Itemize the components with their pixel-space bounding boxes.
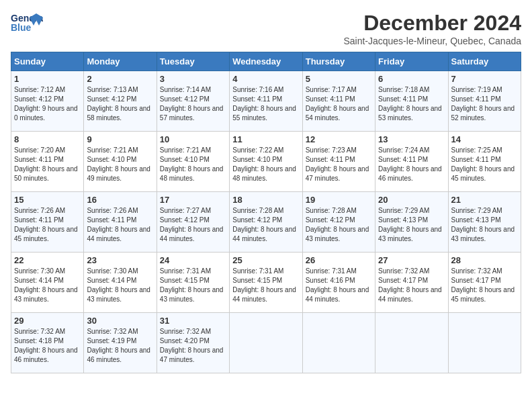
day-info: Sunrise: 7:29 AM Sunset: 4:13 PM Dayligh… [378, 206, 445, 244]
calendar-day-cell [302, 313, 375, 373]
day-number: 21 [451, 195, 518, 205]
day-info: Sunrise: 7:12 AM Sunset: 4:12 PM Dayligh… [14, 85, 81, 123]
day-number: 1 [14, 74, 81, 84]
day-info: Sunrise: 7:31 AM Sunset: 4:15 PM Dayligh… [232, 267, 299, 304]
logo-icon: General Blue [11, 11, 43, 35]
weekday-row: SundayMondayTuesdayWednesdayThursdayFrid… [11, 52, 521, 71]
day-number: 2 [87, 74, 153, 84]
calendar-day-cell: 11 Sunrise: 7:22 AM Sunset: 4:10 PM Dayl… [230, 132, 302, 192]
weekday-header: Wednesday [230, 52, 302, 71]
calendar-day-cell: 14 Sunrise: 7:25 AM Sunset: 4:11 PM Dayl… [448, 132, 521, 192]
calendar-day-cell [230, 313, 302, 373]
page-header: General Blue December 2024 Saint-Jacques… [11, 11, 521, 46]
calendar-week-row: 8 Sunrise: 7:20 AM Sunset: 4:11 PM Dayli… [11, 132, 521, 192]
calendar-day-cell [375, 313, 448, 373]
day-info: Sunrise: 7:27 AM Sunset: 4:12 PM Dayligh… [160, 206, 226, 244]
day-info: Sunrise: 7:29 AM Sunset: 4:13 PM Dayligh… [451, 206, 518, 244]
calendar-day-cell: 23 Sunrise: 7:30 AM Sunset: 4:14 PM Dayl… [84, 253, 157, 313]
weekday-header: Sunday [11, 52, 84, 71]
calendar-day-cell: 12 Sunrise: 7:23 AM Sunset: 4:11 PM Dayl… [302, 132, 375, 192]
day-number: 26 [306, 255, 372, 265]
day-number: 4 [232, 74, 299, 84]
day-number: 20 [378, 195, 445, 205]
calendar-day-cell: 4 Sunrise: 7:16 AM Sunset: 4:11 PM Dayli… [230, 71, 302, 132]
weekday-header: Friday [375, 52, 448, 71]
day-info: Sunrise: 7:28 AM Sunset: 4:12 PM Dayligh… [306, 206, 372, 244]
weekday-header: Tuesday [157, 52, 229, 71]
calendar-day-cell: 10 Sunrise: 7:21 AM Sunset: 4:10 PM Dayl… [157, 132, 229, 192]
calendar-day-cell: 15 Sunrise: 7:26 AM Sunset: 4:11 PM Dayl… [11, 192, 84, 253]
day-number: 15 [14, 195, 81, 205]
calendar-day-cell: 24 Sunrise: 7:31 AM Sunset: 4:15 PM Dayl… [157, 253, 229, 313]
day-number: 18 [232, 195, 299, 205]
calendar-day-cell [448, 313, 521, 373]
day-info: Sunrise: 7:14 AM Sunset: 4:12 PM Dayligh… [160, 85, 226, 123]
calendar-week-row: 22 Sunrise: 7:30 AM Sunset: 4:14 PM Dayl… [11, 253, 521, 313]
day-info: Sunrise: 7:19 AM Sunset: 4:11 PM Dayligh… [451, 85, 518, 123]
day-number: 27 [378, 255, 445, 265]
day-info: Sunrise: 7:13 AM Sunset: 4:12 PM Dayligh… [87, 85, 153, 123]
day-number: 13 [378, 134, 445, 144]
day-info: Sunrise: 7:16 AM Sunset: 4:11 PM Dayligh… [232, 85, 299, 123]
day-number: 7 [451, 74, 518, 84]
day-info: Sunrise: 7:30 AM Sunset: 4:14 PM Dayligh… [14, 267, 81, 304]
day-info: Sunrise: 7:21 AM Sunset: 4:10 PM Dayligh… [87, 146, 153, 183]
day-number: 22 [14, 255, 81, 265]
calendar-day-cell: 7 Sunrise: 7:19 AM Sunset: 4:11 PM Dayli… [448, 71, 521, 132]
day-info: Sunrise: 7:25 AM Sunset: 4:11 PM Dayligh… [451, 146, 518, 183]
day-info: Sunrise: 7:23 AM Sunset: 4:11 PM Dayligh… [306, 146, 372, 183]
calendar-day-cell: 25 Sunrise: 7:31 AM Sunset: 4:15 PM Dayl… [230, 253, 302, 313]
day-number: 6 [378, 74, 445, 84]
calendar-day-cell: 8 Sunrise: 7:20 AM Sunset: 4:11 PM Dayli… [11, 132, 84, 192]
calendar-day-cell: 22 Sunrise: 7:30 AM Sunset: 4:14 PM Dayl… [11, 253, 84, 313]
day-number: 3 [160, 74, 226, 84]
title-area: December 2024 Saint-Jacques-le-Mineur, Q… [343, 11, 521, 46]
calendar-day-cell: 19 Sunrise: 7:28 AM Sunset: 4:12 PM Dayl… [302, 192, 375, 253]
day-number: 25 [232, 255, 299, 265]
calendar-day-cell: 17 Sunrise: 7:27 AM Sunset: 4:12 PM Dayl… [157, 192, 229, 253]
calendar-day-cell: 16 Sunrise: 7:26 AM Sunset: 4:11 PM Dayl… [84, 192, 157, 253]
calendar-header: SundayMondayTuesdayWednesdayThursdayFrid… [11, 52, 521, 71]
calendar-day-cell: 29 Sunrise: 7:32 AM Sunset: 4:18 PM Dayl… [11, 313, 84, 373]
day-number: 9 [87, 134, 153, 144]
weekday-header: Monday [84, 52, 157, 71]
calendar-day-cell: 5 Sunrise: 7:17 AM Sunset: 4:11 PM Dayli… [302, 71, 375, 132]
day-info: Sunrise: 7:32 AM Sunset: 4:20 PM Dayligh… [160, 327, 226, 365]
day-info: Sunrise: 7:32 AM Sunset: 4:17 PM Dayligh… [451, 267, 518, 304]
day-info: Sunrise: 7:30 AM Sunset: 4:14 PM Dayligh… [87, 267, 153, 304]
day-number: 31 [160, 316, 226, 326]
svg-text:Blue: Blue [11, 22, 32, 33]
calendar-week-row: 15 Sunrise: 7:26 AM Sunset: 4:11 PM Dayl… [11, 192, 521, 253]
calendar-day-cell: 21 Sunrise: 7:29 AM Sunset: 4:13 PM Dayl… [448, 192, 521, 253]
location: Saint-Jacques-le-Mineur, Quebec, Canada [343, 36, 521, 46]
day-number: 23 [87, 255, 153, 265]
day-info: Sunrise: 7:32 AM Sunset: 4:18 PM Dayligh… [14, 327, 81, 365]
day-info: Sunrise: 7:28 AM Sunset: 4:12 PM Dayligh… [232, 206, 299, 244]
day-number: 12 [306, 134, 372, 144]
day-number: 17 [160, 195, 226, 205]
day-number: 16 [87, 195, 153, 205]
day-info: Sunrise: 7:31 AM Sunset: 4:15 PM Dayligh… [160, 267, 226, 304]
day-number: 11 [232, 134, 299, 144]
day-info: Sunrise: 7:17 AM Sunset: 4:11 PM Dayligh… [306, 85, 372, 123]
day-number: 24 [160, 255, 226, 265]
day-number: 14 [451, 134, 518, 144]
day-number: 8 [14, 134, 81, 144]
calendar-day-cell: 20 Sunrise: 7:29 AM Sunset: 4:13 PM Dayl… [375, 192, 448, 253]
day-info: Sunrise: 7:31 AM Sunset: 4:16 PM Dayligh… [306, 267, 372, 304]
calendar-day-cell: 26 Sunrise: 7:31 AM Sunset: 4:16 PM Dayl… [302, 253, 375, 313]
weekday-header: Thursday [302, 52, 375, 71]
calendar-day-cell: 6 Sunrise: 7:18 AM Sunset: 4:11 PM Dayli… [375, 71, 448, 132]
day-info: Sunrise: 7:22 AM Sunset: 4:10 PM Dayligh… [232, 146, 299, 183]
day-number: 5 [306, 74, 372, 84]
calendar-day-cell: 18 Sunrise: 7:28 AM Sunset: 4:12 PM Dayl… [230, 192, 302, 253]
calendar-day-cell: 27 Sunrise: 7:32 AM Sunset: 4:17 PM Dayl… [375, 253, 448, 313]
day-number: 19 [306, 195, 372, 205]
calendar-day-cell: 2 Sunrise: 7:13 AM Sunset: 4:12 PM Dayli… [84, 71, 157, 132]
day-info: Sunrise: 7:24 AM Sunset: 4:11 PM Dayligh… [378, 146, 445, 183]
day-info: Sunrise: 7:32 AM Sunset: 4:19 PM Dayligh… [87, 327, 153, 365]
day-number: 28 [451, 255, 518, 265]
day-info: Sunrise: 7:32 AM Sunset: 4:17 PM Dayligh… [378, 267, 445, 304]
calendar-day-cell: 31 Sunrise: 7:32 AM Sunset: 4:20 PM Dayl… [157, 313, 229, 373]
calendar-day-cell: 13 Sunrise: 7:24 AM Sunset: 4:11 PM Dayl… [375, 132, 448, 192]
